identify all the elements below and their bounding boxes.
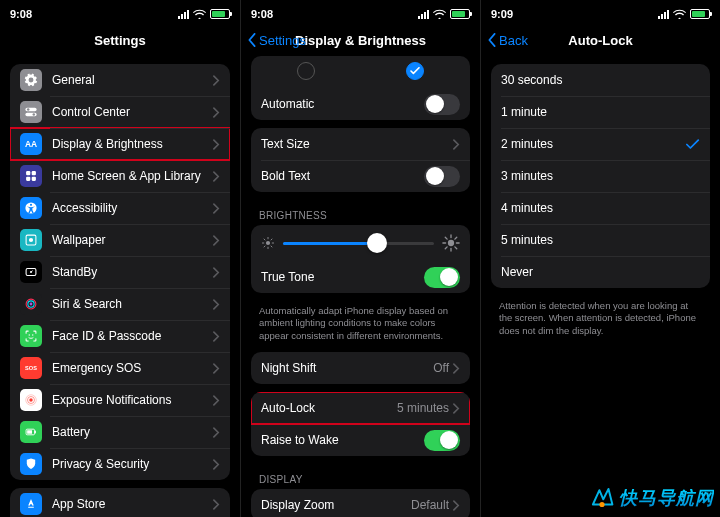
brightness-slider-row[interactable]	[251, 225, 470, 261]
signal-icon	[418, 9, 429, 19]
svg-rect-25	[35, 431, 36, 434]
bold-text-label: Bold Text	[261, 169, 424, 183]
auto-lock-option-1-minute[interactable]: 1 minute	[491, 96, 710, 128]
auto-lock-option-4-minutes[interactable]: 4 minutes	[491, 192, 710, 224]
display-zoom-row[interactable]: Display Zoom Default	[251, 489, 470, 517]
svg-point-18	[29, 334, 30, 335]
wifi-icon	[673, 9, 686, 19]
appearance-group: Automatic	[251, 56, 470, 120]
svg-line-36	[264, 239, 265, 240]
auto-lock-option-30-seconds[interactable]: 30 seconds	[491, 64, 710, 96]
raise-to-wake-row[interactable]: Raise to Wake	[251, 424, 470, 456]
auto-lock-row[interactable]: Auto-Lock 5 minutes	[251, 392, 470, 424]
settings-group-1: GeneralControl CenterAADisplay & Brightn…	[10, 64, 230, 480]
night-shift-label: Night Shift	[261, 361, 433, 375]
automatic-toggle[interactable]	[424, 94, 460, 115]
settings-row-emergency-sos[interactable]: SOSEmergency SOS	[10, 352, 230, 384]
sos-icon: SOS	[20, 357, 42, 379]
auto-lock-option-never[interactable]: Never	[491, 256, 710, 288]
settings-row-app-store[interactable]: App Store	[10, 488, 230, 517]
svg-rect-26	[27, 430, 32, 434]
chevron-right-icon	[453, 139, 460, 150]
chevron-right-icon	[213, 299, 220, 310]
svg-rect-7	[26, 177, 30, 181]
battery-icon	[450, 9, 470, 19]
auto-lock-options: 30 seconds1 minute2 minutes3 minutes4 mi…	[491, 64, 710, 288]
chevron-right-icon	[213, 235, 220, 246]
status-bar: 9:08	[0, 0, 240, 24]
chevron-right-icon	[213, 395, 220, 406]
back-button[interactable]: Back	[487, 24, 528, 56]
auto-lock-option-2-minutes[interactable]: 2 minutes	[491, 128, 710, 160]
svg-line-38	[264, 246, 265, 247]
chevron-right-icon	[453, 403, 460, 414]
settings-row-label: General	[52, 73, 213, 87]
svg-point-40	[448, 240, 454, 246]
option-label: 1 minute	[501, 105, 700, 119]
settings-row-label: Wallpaper	[52, 233, 213, 247]
chevron-right-icon	[213, 427, 220, 438]
settings-row-privacy-security[interactable]: Privacy & Security	[10, 448, 230, 480]
back-button[interactable]: Settings	[247, 24, 306, 56]
siri-icon	[20, 293, 42, 315]
settings-row-standby[interactable]: StandBy	[10, 256, 230, 288]
settings-row-accessibility[interactable]: Accessibility	[10, 192, 230, 224]
settings-row-label: StandBy	[52, 265, 213, 279]
settings-row-control-center[interactable]: Control Center	[10, 96, 230, 128]
settings-row-siri-search[interactable]: Siri & Search	[10, 288, 230, 320]
bold-text-row[interactable]: Bold Text	[251, 160, 470, 192]
auto-lock-option-5-minutes[interactable]: 5 minutes	[491, 224, 710, 256]
night-shift-group: Night Shift Off	[251, 352, 470, 384]
chevron-right-icon	[213, 499, 220, 510]
option-label: 30 seconds	[501, 73, 700, 87]
battery-icon	[210, 9, 230, 19]
appearance-light-radio[interactable]	[297, 62, 315, 80]
chevron-right-icon	[213, 459, 220, 470]
svg-point-19	[32, 334, 33, 335]
settings-screen: 9:08 Settings GeneralControl CenterAADis…	[0, 0, 240, 517]
svg-point-31	[266, 241, 270, 245]
svg-point-17	[30, 303, 33, 306]
settings-row-label: Exposure Notifications	[52, 393, 213, 407]
settings-row-display-brightness[interactable]: AADisplay & Brightness	[10, 128, 230, 160]
display-header: DISPLAY	[241, 464, 480, 489]
automatic-row[interactable]: Automatic	[251, 88, 470, 120]
page-title: Settings	[94, 33, 145, 48]
chevron-right-icon	[453, 363, 460, 374]
svg-line-39	[271, 239, 272, 240]
svg-line-48	[455, 237, 457, 239]
display-brightness-screen: 9:08 Settings Display & Brightness A	[240, 0, 480, 517]
settings-row-home-screen-app-library[interactable]: Home Screen & App Library	[10, 160, 230, 192]
settings-row-exposure-notifications[interactable]: Exposure Notifications	[10, 384, 230, 416]
svg-point-3	[33, 113, 36, 116]
signal-icon	[178, 9, 189, 19]
chevron-right-icon	[213, 75, 220, 86]
appstore-icon	[20, 493, 42, 515]
raise-to-wake-toggle[interactable]	[424, 430, 460, 451]
option-label: 3 minutes	[501, 169, 700, 183]
night-shift-row[interactable]: Night Shift Off	[251, 352, 470, 384]
settings-row-label: Siri & Search	[52, 297, 213, 311]
svg-point-10	[30, 204, 32, 206]
text-size-row[interactable]: Text Size	[251, 128, 470, 160]
status-time: 9:08	[251, 8, 418, 20]
settings-row-general[interactable]: General	[10, 64, 230, 96]
settings-row-face-id-passcode[interactable]: Face ID & Passcode	[10, 320, 230, 352]
bold-text-toggle[interactable]	[424, 166, 460, 187]
chevron-right-icon	[213, 139, 220, 150]
sun-max-icon	[442, 234, 460, 252]
battery-icon	[690, 9, 710, 19]
auto-lock-option-3-minutes[interactable]: 3 minutes	[491, 160, 710, 192]
settings-row-wallpaper[interactable]: Wallpaper	[10, 224, 230, 256]
svg-text:SOS: SOS	[25, 365, 37, 371]
standby-icon	[20, 261, 42, 283]
settings-row-battery[interactable]: Battery	[10, 416, 230, 448]
true-tone-row[interactable]: True Tone	[251, 261, 470, 293]
true-tone-toggle[interactable]	[424, 267, 460, 288]
appearance-dark-radio[interactable]	[406, 62, 424, 80]
brightness-slider[interactable]	[283, 242, 434, 245]
svg-text:AA: AA	[25, 139, 37, 149]
svg-rect-5	[26, 171, 30, 175]
auto-lock-value: 5 minutes	[397, 401, 449, 415]
settings-row-label: Battery	[52, 425, 213, 439]
